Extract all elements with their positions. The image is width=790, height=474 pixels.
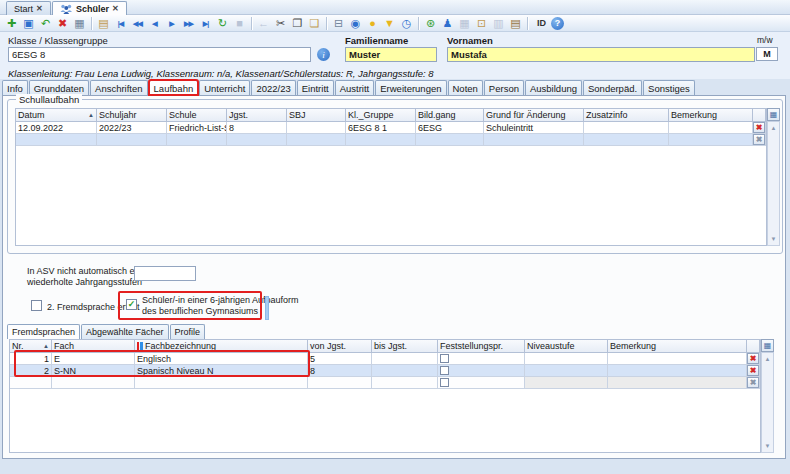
fremdsprache-checkbox[interactable]: [31, 300, 42, 311]
schullaufbahn-empty-row[interactable]: ✖: [16, 134, 766, 146]
col-header-bis-jgst[interactable]: bis Jgst.: [372, 340, 438, 353]
scrollbar-track[interactable]: ▲ ▼: [767, 121, 780, 246]
delete-row-icon[interactable]: ✖: [747, 353, 759, 364]
col-header-schule[interactable]: Schule: [167, 109, 227, 122]
col-header-fach[interactable]: Fach: [52, 340, 135, 353]
info-icon[interactable]: i: [317, 48, 330, 61]
col-header-schuljahr[interactable]: Schuljahr: [97, 109, 167, 122]
stop-icon: ■: [231, 16, 248, 31]
tab-laufbahn[interactable]: Laufbahn: [149, 80, 199, 95]
aufbauform-label-line2: des beruflichen Gymnasiums: [142, 306, 258, 316]
scrollbar-track[interactable]: ▲ ▼: [761, 352, 774, 453]
close-icon[interactable]: ✕: [112, 4, 119, 13]
col-header-grund[interactable]: Grund für Änderung: [484, 109, 584, 122]
copy-icon[interactable]: ❐: [289, 16, 306, 31]
col-header-niveaustufe[interactable]: Niveaustufe: [525, 340, 608, 353]
tab-unterricht[interactable]: Unterricht: [199, 80, 250, 95]
aufbauform-checkbox[interactable]: ✓: [126, 299, 137, 310]
fremdsprachen-row[interactable]: 1 E Englisch 5 ✖: [10, 353, 760, 365]
tab-schuljahr[interactable]: 2022/23: [251, 80, 295, 95]
scroll-up-icon[interactable]: ▲: [762, 354, 773, 364]
vornamen-field[interactable]: Mustafa: [447, 47, 755, 62]
fremdsprachen-table: Nr. ▲ Fach Fachbezeichnung von Jgst. bis…: [9, 339, 761, 453]
paste-icon[interactable]: ❏: [306, 16, 323, 31]
col-header-klgruppe[interactable]: Kl._Gruppe: [346, 109, 416, 122]
save-icon[interactable]: ▣: [20, 16, 37, 31]
col-header-feststellungspr[interactable]: Feststellungspr.: [438, 340, 525, 353]
nav-next-icon[interactable]: ▶: [163, 16, 180, 31]
feststellungspr-checkbox[interactable]: [440, 378, 449, 387]
web-sync-icon[interactable]: ⊛: [422, 16, 439, 31]
fremdsprachen-row-selected[interactable]: 2 S-NN Spanisch Niveau N 8 ✖: [10, 365, 760, 377]
col-header-von-jgst[interactable]: von Jgst.: [308, 340, 372, 353]
col-header-nr[interactable]: Nr. ▲: [10, 340, 52, 353]
tab-sonstiges[interactable]: Sonstiges: [643, 80, 695, 95]
schullaufbahn-row[interactable]: 12.09.2022 2022/23 Friedrich-List-Schu..…: [16, 122, 766, 134]
window-tab-schueler[interactable]: Schüler ✕: [52, 1, 127, 15]
tab-sonderpaed[interactable]: Sonderpäd.: [583, 80, 642, 95]
col-header-zusatzinfo[interactable]: Zusatzinfo: [584, 109, 669, 122]
fremdsprachen-new-row[interactable]: ✖: [10, 377, 760, 389]
cut-icon[interactable]: ✂: [272, 16, 289, 31]
tab-person[interactable]: Person: [484, 80, 524, 95]
clear-row-icon[interactable]: ✖: [747, 377, 759, 388]
student-icon[interactable]: ♟: [439, 16, 456, 31]
nav-rewind-icon[interactable]: ◀◀: [129, 16, 146, 31]
hint-icon[interactable]: ●: [364, 16, 381, 31]
window-tab-strip: Start ✕ Schüler ✕: [0, 0, 790, 15]
back-icon: ←: [255, 16, 272, 31]
nav-last-icon[interactable]: ▶|: [197, 16, 214, 31]
feststellungspr-checkbox[interactable]: [440, 366, 449, 375]
delete-row-icon[interactable]: ✖: [753, 122, 765, 133]
delete-record-icon[interactable]: ✖: [54, 16, 71, 31]
new-record-icon[interactable]: ✚: [3, 16, 20, 31]
tab-fremdsprachen[interactable]: Fremdsprachen: [7, 324, 80, 339]
nav-previous-icon[interactable]: ◀: [146, 16, 163, 31]
log-icon[interactable]: ▤: [507, 16, 524, 31]
datasets-icon[interactable]: ▤: [95, 16, 112, 31]
wiederholte-jahrgangsstufen-input[interactable]: [134, 266, 196, 281]
tab-anschriften[interactable]: Anschriften: [90, 80, 148, 95]
scroll-up-icon[interactable]: ▲: [768, 123, 779, 133]
col-header-fachbezeichnung[interactable]: Fachbezeichnung: [135, 340, 308, 353]
print-icon[interactable]: ⊟: [330, 16, 347, 31]
help-icon[interactable]: ?: [551, 17, 564, 30]
filter-icon[interactable]: ▼: [381, 16, 398, 31]
preview-icon[interactable]: ◉: [347, 16, 364, 31]
column-config-icon[interactable]: ▦: [761, 339, 774, 352]
col-header-sbj[interactable]: SBJ: [287, 109, 346, 122]
scroll-down-icon[interactable]: ▼: [762, 441, 773, 451]
feststellungspr-checkbox[interactable]: [440, 354, 449, 363]
tab-noten[interactable]: Noten: [448, 80, 483, 95]
window-tab-start-label: Start: [14, 4, 33, 14]
gender-field[interactable]: M: [756, 47, 778, 61]
tab-eintritt[interactable]: Eintritt: [297, 80, 334, 95]
delete-row-icon[interactable]: ✖: [747, 365, 759, 376]
tab-profile[interactable]: Profile: [170, 324, 206, 339]
undo-icon[interactable]: ↶: [37, 16, 54, 31]
nav-first-icon[interactable]: |◀: [112, 16, 129, 31]
tab-info[interactable]: Info: [2, 80, 28, 95]
window-tab-start[interactable]: Start ✕: [6, 1, 51, 15]
clear-row-icon[interactable]: ✖: [753, 134, 765, 145]
col-header-bildgang[interactable]: Bild.gang: [416, 109, 484, 122]
scroll-down-icon[interactable]: ▼: [768, 234, 779, 244]
klasse-field[interactable]: 6ESG 8: [8, 47, 311, 62]
col-header-datum[interactable]: Datum ▲: [16, 109, 97, 122]
refresh-icon[interactable]: ↻: [214, 16, 231, 31]
col-header-jgst[interactable]: Jgst.: [227, 109, 287, 122]
tab-abgewaehlte-faecher[interactable]: Abgewählte Fächer: [81, 324, 169, 339]
column-config-icon[interactable]: ▦: [767, 108, 780, 121]
nav-forward-icon[interactable]: ▶▶: [180, 16, 197, 31]
col-header-bemerkung[interactable]: Bemerkung: [669, 109, 753, 122]
tab-grunddaten[interactable]: Grunddaten: [29, 80, 89, 95]
col-header-bemerkung[interactable]: Bemerkung: [608, 340, 747, 353]
tab-erweiterungen[interactable]: Erweiterungen: [375, 80, 446, 95]
export-icon[interactable]: ⊡: [473, 16, 490, 31]
tab-austritt[interactable]: Austritt: [335, 80, 375, 95]
history-icon[interactable]: ◷: [398, 16, 415, 31]
familienname-field[interactable]: Muster: [345, 47, 437, 62]
close-icon[interactable]: ✕: [36, 4, 43, 13]
edit-record-icon[interactable]: ▦: [71, 16, 88, 31]
tab-ausbildung[interactable]: Ausbildung: [525, 80, 582, 95]
